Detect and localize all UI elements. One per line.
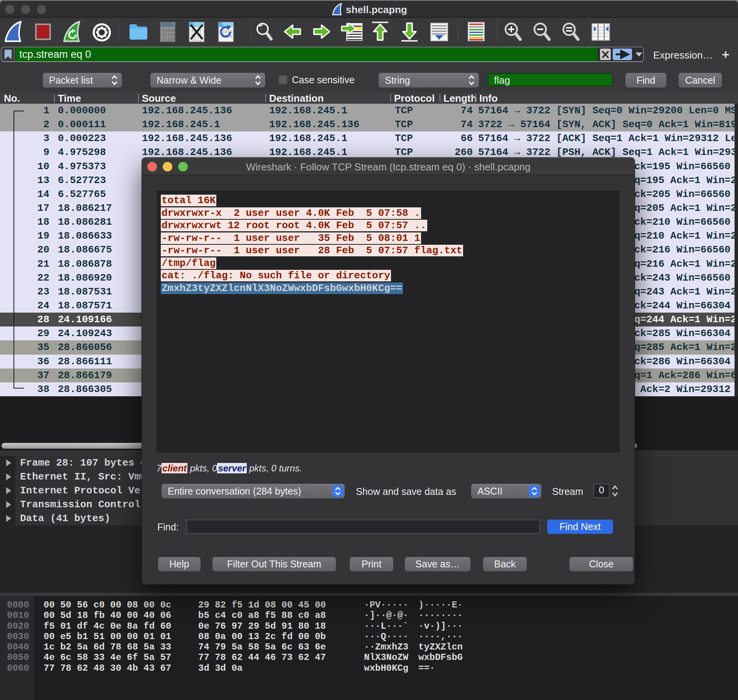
svg-text:01110: 01110 [162, 37, 175, 42]
